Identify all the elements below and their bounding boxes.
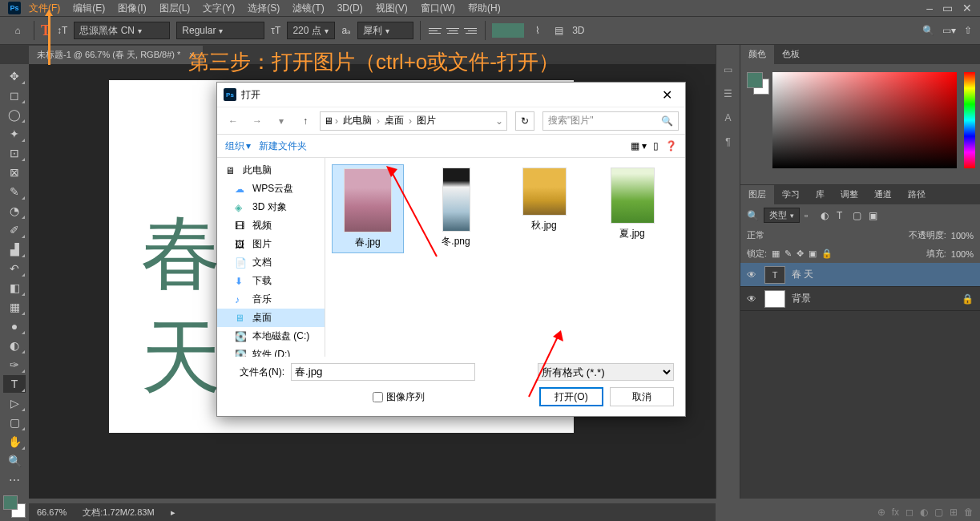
menu-type[interactable]: 文字(Y) <box>198 0 240 17</box>
lock-artboard-icon[interactable]: ▣ <box>809 248 817 259</box>
zoom-level[interactable]: 66.67% <box>37 507 67 517</box>
layer-mask-icon[interactable]: ◻ <box>905 507 913 518</box>
menu-filter[interactable]: 滤镜(T) <box>288 0 329 17</box>
font-family-dropdown[interactable]: 思源黑体 CN <box>74 22 170 39</box>
character-panel-icon[interactable]: A <box>720 109 737 127</box>
menu-help[interactable]: 帮助(H) <box>463 0 506 17</box>
tab-swatches[interactable]: 色板 <box>774 45 808 64</box>
layer-item[interactable]: 👁 背景 🔒 <box>740 287 980 311</box>
lasso-tool[interactable]: ◯ <box>3 106 26 123</box>
lock-all-icon[interactable]: 🔒 <box>821 248 833 259</box>
tree-item-downloads[interactable]: ⬇下载 <box>217 272 325 290</box>
path-selection-tool[interactable]: ▷ <box>3 394 26 412</box>
dodge-tool[interactable]: ◐ <box>3 337 26 354</box>
workspace-icon[interactable]: ▭▾ <box>942 25 956 36</box>
tree-item-desktop[interactable]: 🖥桌面 <box>217 309 325 327</box>
breadcrumb-item[interactable]: 桌面 <box>381 114 407 127</box>
font-weight-dropdown[interactable]: Regular <box>176 22 264 39</box>
text-color-swatch[interactable] <box>492 23 524 38</box>
nav-forward-icon[interactable]: → <box>248 111 267 131</box>
breadcrumb-bar[interactable]: 🖥 › 此电脑 › 桌面 › 图片 ⌄ <box>320 111 507 131</box>
layer-style-icon[interactable]: fx <box>892 507 899 518</box>
file-item[interactable]: 夏.jpg <box>596 164 668 244</box>
lock-pixels-icon[interactable]: ✎ <box>784 248 792 259</box>
foreground-background-colors[interactable] <box>3 495 26 518</box>
tab-paths[interactable]: 路径 <box>900 185 934 204</box>
menu-image[interactable]: 图像(I) <box>113 0 151 17</box>
fill-input[interactable]: 100% <box>951 249 974 259</box>
orientation-icon[interactable]: ↕T <box>57 25 67 36</box>
blend-mode-dropdown[interactable]: 正常 <box>747 229 811 241</box>
brush-tool[interactable]: ✐ <box>3 221 26 239</box>
menu-edit[interactable]: 编辑(E) <box>68 0 110 17</box>
layer-thumbnail[interactable]: T <box>764 266 785 284</box>
tree-item-3d[interactable]: ◈3D 对象 <box>217 198 325 216</box>
new-layer-icon[interactable]: ⊞ <box>950 507 958 518</box>
filename-input[interactable] <box>291 363 475 381</box>
breadcrumb-item[interactable]: 图片 <box>413 114 439 127</box>
file-item[interactable]: 秋.jpg <box>508 164 580 236</box>
tree-item-documents[interactable]: 📄文档 <box>217 253 325 272</box>
character-panel-icon[interactable]: ▤ <box>551 23 566 38</box>
filter-search-icon[interactable]: 🔍 <box>747 210 759 221</box>
tab-libraries[interactable]: 库 <box>808 185 833 204</box>
font-size-dropdown[interactable]: 220 点 <box>287 22 335 39</box>
menu-select[interactable]: 选择(S) <box>243 0 284 17</box>
tree-item-disk-c[interactable]: 💽本地磁盘 (C:) <box>217 327 325 345</box>
type-tool[interactable]: T <box>3 375 26 393</box>
layer-item[interactable]: 👁 T 春 天 <box>740 263 980 287</box>
filter-smart-icon[interactable]: ▣ <box>869 210 880 221</box>
preview-pane-icon[interactable]: ▯ <box>653 140 659 151</box>
nav-back-icon[interactable]: ← <box>224 111 243 131</box>
link-layers-icon[interactable]: ⊕ <box>877 507 885 518</box>
magic-wand-tool[interactable]: ✦ <box>3 125 26 143</box>
maximize-icon[interactable]: ▭ <box>942 2 953 14</box>
menu-window[interactable]: 窗口(W) <box>416 0 460 17</box>
search-input[interactable]: 搜索"图片" 🔍 <box>542 111 679 131</box>
healing-brush-tool[interactable]: ◔ <box>3 202 26 220</box>
visibility-icon[interactable]: 👁 <box>747 269 758 281</box>
new-folder-button[interactable]: 新建文件夹 <box>259 139 307 153</box>
align-center-icon[interactable] <box>445 23 461 38</box>
cancel-button[interactable]: 取消 <box>610 387 674 406</box>
tab-adjustments[interactable]: 调整 <box>833 185 866 204</box>
tab-layers[interactable]: 图层 <box>740 185 774 204</box>
minimize-icon[interactable]: – <box>926 2 933 14</box>
warp-text-icon[interactable]: ⌇ <box>530 23 545 38</box>
tree-item-pictures[interactable]: 🖼图片 <box>217 235 325 253</box>
lock-position-icon[interactable]: ✥ <box>797 248 804 259</box>
tree-item-wps[interactable]: ☁WPS云盘 <box>217 180 325 198</box>
tab-color[interactable]: 颜色 <box>740 45 774 64</box>
blur-tool[interactable]: ● <box>3 317 26 335</box>
align-left-icon[interactable] <box>427 23 443 38</box>
home-icon[interactable]: ⌂ <box>8 21 27 40</box>
filter-type-icon[interactable]: T <box>837 210 848 221</box>
eyedropper-tool[interactable]: ✎ <box>3 183 26 200</box>
marquee-tool[interactable]: ◻ <box>3 87 26 104</box>
close-icon[interactable]: ✕ <box>962 2 972 14</box>
nav-recent-icon[interactable]: ▾ <box>272 111 291 131</box>
menu-layer[interactable]: 图层(L) <box>155 0 196 17</box>
foreground-color[interactable] <box>3 495 18 510</box>
edit-toolbar[interactable]: ⋯ <box>3 471 26 489</box>
layer-name[interactable]: 春 天 <box>792 268 813 281</box>
opacity-input[interactable]: 100% <box>951 231 974 240</box>
3d-button[interactable]: 3D <box>572 25 584 36</box>
adjustment-layer-icon[interactable]: ◐ <box>920 507 928 518</box>
tree-item-videos[interactable]: 🎞视频 <box>217 216 325 235</box>
organize-menu[interactable]: 组织 ▾ <box>225 139 251 153</box>
zoom-tool[interactable]: 🔍 <box>3 452 26 470</box>
menu-3d[interactable]: 3D(D) <box>333 1 368 15</box>
group-icon[interactable]: ▢ <box>934 507 943 518</box>
tab-channels[interactable]: 通道 <box>866 185 900 204</box>
canvas-text-layer[interactable]: 春天 <box>141 200 221 409</box>
document-size[interactable]: 文档:1.72M/2.83M <box>83 507 154 519</box>
file-list[interactable]: 春.jpg 冬.png 秋.jpg 夏.jpg <box>325 158 685 357</box>
frame-tool[interactable]: ⊠ <box>3 164 26 181</box>
layer-thumbnail[interactable] <box>764 290 785 308</box>
align-right-icon[interactable] <box>462 23 478 38</box>
tab-learn[interactable]: 学习 <box>774 185 808 204</box>
history-brush-tool[interactable]: ↶ <box>3 260 26 277</box>
clone-stamp-tool[interactable]: ▟ <box>3 240 26 258</box>
color-field[interactable] <box>772 72 957 168</box>
